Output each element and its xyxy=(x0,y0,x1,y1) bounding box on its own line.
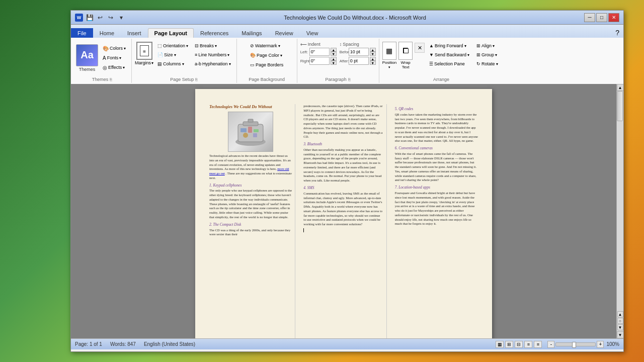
col2-section2-cont: predecessors, the cassette tape (shiver)… xyxy=(303,104,383,139)
spacing-before-input[interactable] xyxy=(349,48,369,56)
tab-mailings[interactable]: Mailings xyxy=(235,28,268,38)
spacing-after-spin: ▲ ▼ xyxy=(370,57,376,65)
indent-right-up[interactable]: ▲ xyxy=(331,57,337,61)
spacing-after-input[interactable] xyxy=(349,57,369,65)
group-btn[interactable]: ⊞ Group ▾ xyxy=(474,51,501,59)
web-layout-btn[interactable]: ⊟ xyxy=(515,341,523,348)
save-quick-btn[interactable]: 💾 xyxy=(85,13,94,22)
indent-right-down[interactable]: ▼ xyxy=(331,61,337,65)
scroll-circle[interactable]: ○ xyxy=(617,318,623,324)
tab-view[interactable]: View xyxy=(300,28,325,38)
zoom-in-btn[interactable]: + xyxy=(597,341,604,348)
indent-left-down[interactable]: ▼ xyxy=(331,52,337,56)
tab-file[interactable]: File xyxy=(71,28,93,38)
tab-references[interactable]: References xyxy=(194,28,235,38)
orientation-label: Orientation xyxy=(163,43,185,48)
fonts-label: Fonts xyxy=(107,55,119,60)
page-setup-expand[interactable]: ⎘ xyxy=(195,77,198,82)
line-numbers-btn[interactable]: ≡ Line Numbers ▾ xyxy=(192,51,233,59)
arrange-group-label: Arrange xyxy=(433,77,449,82)
help-icon[interactable]: ? xyxy=(615,29,619,37)
bring-forward-btn[interactable]: ▲ Bring Forward ▾ xyxy=(427,42,472,50)
size-btn[interactable]: 📄 Size ▾ xyxy=(155,51,191,59)
spacing-after-down[interactable]: ▼ xyxy=(370,61,376,65)
close-button[interactable]: ✕ xyxy=(608,13,619,22)
group-label: Group xyxy=(481,52,494,57)
section3-text: Other than successfully making you appea… xyxy=(303,148,383,183)
align-btn[interactable]: ⊞ Align ▾ xyxy=(474,42,501,50)
bring-forward-label: Bring Forward xyxy=(435,43,463,48)
page-info: Page: 1 of 1 xyxy=(75,341,102,347)
hyphenation-btn[interactable]: a-b Hyphenation ▾ xyxy=(192,60,233,68)
effects-btn[interactable]: ◎ Effects ▾ xyxy=(100,63,128,72)
indent-left-input[interactable] xyxy=(309,48,330,56)
page-borders-btn[interactable]: ▭ Page Borders xyxy=(248,61,286,69)
customize-quick-btn[interactable]: ▾ xyxy=(117,13,126,22)
tab-page-layout[interactable]: Page Layout xyxy=(148,28,194,38)
scroll-down-btn[interactable]: ▼ xyxy=(617,331,624,338)
themes-group-label: Themes ⎘ xyxy=(92,77,113,82)
colors-btn[interactable]: 🎨 Colors ▾ xyxy=(100,44,128,53)
breaks-btn[interactable]: ⊟ Breaks ▾ xyxy=(192,42,233,50)
paragraph-expand[interactable]: ⎘ xyxy=(348,77,351,82)
watermark-arrow: ▾ xyxy=(278,44,280,48)
hyphenation-label: Hyphenation xyxy=(202,61,228,66)
page-color-btn[interactable]: 🎨 Page Color ▾ xyxy=(248,51,285,59)
print-layout-btn[interactable]: ▦ xyxy=(496,341,504,348)
page-borders-icon: ▭ xyxy=(250,62,255,67)
columns-arrow: ▾ xyxy=(182,62,184,66)
fonts-icon: A xyxy=(103,55,106,61)
indent-right-input[interactable] xyxy=(309,57,330,65)
wrap-text-btn[interactable]: ⧠ WrapText xyxy=(398,42,413,69)
zoom-thumb[interactable] xyxy=(572,342,576,348)
ribbon-close-btn[interactable]: ✕ xyxy=(415,43,425,53)
undo-quick-btn[interactable]: ↩ xyxy=(96,13,105,22)
size-label: Size xyxy=(164,52,173,57)
margins-large-btn[interactable]: ▦ Margins ▾ xyxy=(135,42,153,65)
maximize-button[interactable]: □ xyxy=(596,13,607,22)
vertical-scrollbar[interactable]: ▲ ▲ ○ ▼ ▼ xyxy=(616,84,623,338)
fonts-btn[interactable]: A Fonts ▾ xyxy=(100,54,128,62)
scroll-track[interactable] xyxy=(617,91,623,310)
size-icon: 📄 xyxy=(157,52,163,57)
send-backward-btn[interactable]: ▼ Send Backward ▾ xyxy=(427,51,472,59)
themes-sub-btns: 🎨 Colors ▾ A Fonts ▾ ◎ Effects ▾ xyxy=(100,44,128,72)
zoom-slider[interactable] xyxy=(555,342,596,346)
position-label: Position xyxy=(382,60,396,65)
position-btn[interactable]: ▦ Position ▾ xyxy=(382,42,396,69)
spacing-before-down[interactable]: ▼ xyxy=(370,52,376,56)
full-reading-btn[interactable]: ⊞ xyxy=(505,341,513,348)
scroll-thumb[interactable] xyxy=(617,91,623,121)
orientation-btn[interactable]: ⬚ Orientation ▾ xyxy=(155,42,191,50)
tab-insert[interactable]: Insert xyxy=(121,28,148,38)
tab-home[interactable]: Home xyxy=(93,28,121,38)
doc-content[interactable]: Technologies We Could Do Without xyxy=(71,84,616,338)
spacing-after-up[interactable]: ▲ xyxy=(370,57,376,61)
watermark-btn[interactable]: ⊘ Watermark ▾ xyxy=(248,42,283,50)
page-bg-group-label: Page Background xyxy=(249,77,285,82)
scroll-up-btn[interactable]: ▲ xyxy=(617,84,624,91)
ribbon-group-page-bg: ⊘ Watermark ▾ 🎨 Page Color ▾ ▭ Page Bord… xyxy=(237,39,297,83)
indent-left-up[interactable]: ▲ xyxy=(331,48,337,52)
scroll-page-up[interactable]: ▲ xyxy=(617,311,623,317)
word-icon: W xyxy=(75,14,83,22)
tab-review[interactable]: Review xyxy=(269,28,300,38)
redo-quick-btn[interactable]: ↪ xyxy=(106,13,115,22)
svg-rect-5 xyxy=(248,127,252,133)
line-numbers-arrow: ▾ xyxy=(227,53,229,57)
draft-btn[interactable]: ≡ xyxy=(534,341,542,348)
svg-point-7 xyxy=(243,133,248,138)
minimize-button[interactable]: ─ xyxy=(584,13,595,22)
ribbon-tabs: File Home Insert Page Layout References … xyxy=(71,25,623,38)
rotate-btn[interactable]: ↻ Rotate ▾ xyxy=(474,60,501,68)
ribbon-group-page-setup: ▦ Margins ▾ ⬚ Orientation ▾ xyxy=(132,39,237,83)
themes-expand[interactable]: ⎘ xyxy=(110,77,112,82)
selection-pane-btn[interactable]: ☰ Selection Pane xyxy=(427,60,472,68)
columns-btn[interactable]: ▤ Columns ▾ xyxy=(155,60,191,68)
zoom-out-btn[interactable]: - xyxy=(547,341,554,348)
themes-large-btn[interactable]: Aa Themes xyxy=(76,44,98,72)
scroll-page-down[interactable]: ▼ xyxy=(617,324,623,330)
group-arrow: ▾ xyxy=(495,53,497,57)
outline-btn[interactable]: ≡ xyxy=(524,341,532,348)
spacing-before-up[interactable]: ▲ xyxy=(370,48,376,52)
